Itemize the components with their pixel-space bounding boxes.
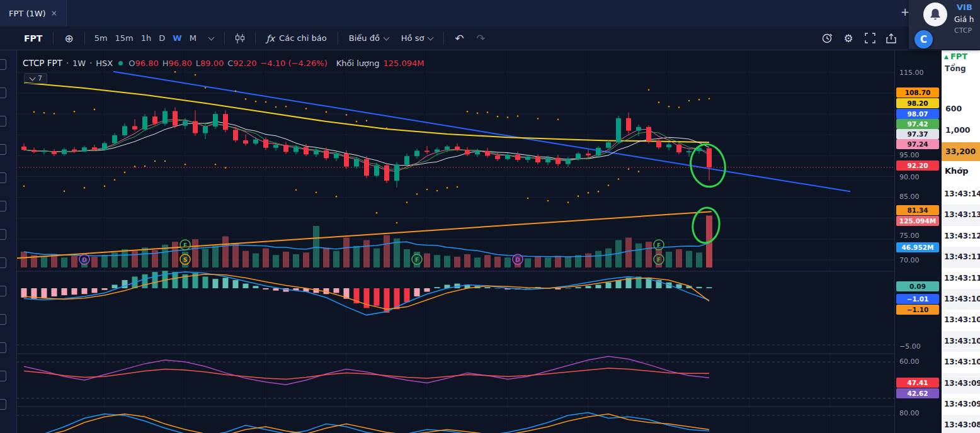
drawing-tool-icon[interactable] (0, 286, 6, 296)
chevron-down-icon (208, 34, 214, 40)
axis-label: 70.00 (899, 256, 920, 264)
collapsed-indicators-count: 7 (38, 74, 42, 82)
legend-separator: · (89, 59, 92, 68)
compare-button[interactable]: ⊕ (59, 30, 78, 47)
macd-layer (21, 271, 712, 313)
panel-symbol[interactable]: ▲ FPT (944, 52, 967, 61)
fullscreen-button[interactable] (860, 30, 879, 47)
drawing-tool-icon[interactable] (0, 87, 6, 98)
axis-price-tag: 47.41 (896, 378, 939, 388)
axis-price-tag: 92.20 (896, 160, 939, 171)
chart-menu-button[interactable]: Biểu đồ (344, 31, 394, 45)
timeframe-button-1h[interactable]: 1h (137, 31, 156, 45)
timeframe-button-W[interactable]: W (169, 31, 185, 45)
drawing-tool-icon[interactable] (0, 59, 6, 70)
redo-button[interactable]: ↷ (471, 30, 490, 47)
axis-label: 60.00 (899, 357, 920, 366)
indicators-label: Các chỉ báo (279, 33, 327, 43)
legend-low-label: L (196, 59, 200, 68)
market-status-icon (118, 61, 123, 65)
panel-value-row: 600 (942, 99, 980, 118)
alert-clock-button[interactable] (818, 30, 836, 47)
drawing-tool-icon[interactable] (0, 144, 6, 155)
timeframe-button-M[interactable]: M (186, 31, 200, 45)
chart-type-button[interactable] (231, 30, 249, 47)
profile-menu-label: Hồ sơ (401, 33, 424, 43)
chart-tab-label: FPT (1W) (9, 9, 46, 18)
drawing-tool-icon[interactable] (0, 201, 6, 211)
undo-button[interactable]: ↶ (450, 30, 469, 47)
svg-text:D: D (82, 257, 86, 263)
profile-menu-button[interactable]: Hồ sơ (396, 31, 438, 45)
trade-time-row: 13:43:11 (942, 268, 980, 289)
tf-expand-button[interactable] (203, 35, 219, 42)
up-arrow-icon: ▲ (944, 53, 949, 60)
price-axis[interactable]: 115.0095.0090.0085.0075.0070.00−5.0060.0… (894, 50, 942, 433)
axis-price-tag: 125.094M (896, 216, 939, 226)
legend-close-label: C (227, 59, 233, 68)
fullscreen-icon (865, 33, 875, 43)
trade-time-row: 13:43:10 (942, 331, 980, 352)
axis-price-tag: 97.42 (896, 119, 939, 129)
toolbar-separator (255, 32, 256, 45)
tab-close-icon[interactable]: × (51, 9, 57, 18)
settings-button[interactable]: ⚙ (839, 30, 858, 47)
axis-price-tag: 42.62 (896, 388, 939, 398)
chart-tab[interactable]: FPT (1W) × (0, 0, 67, 26)
collapsed-indicators-button[interactable]: 7 (24, 73, 47, 84)
candles-layer (21, 108, 712, 188)
chart-legend: CTCP FPT · 1W · HSX O96.80 H96.80 L89.00… (23, 58, 424, 68)
drawing-tool-icon[interactable] (0, 399, 6, 410)
symbol-button[interactable]: FPT (19, 31, 47, 46)
drawing-tool-icon[interactable] (0, 257, 6, 268)
timeframe-group: 5m15m1hDWM (91, 31, 200, 45)
axis-label: 115.00 (899, 69, 924, 77)
alert-clock-icon (821, 32, 833, 44)
panel-value-row: 33,200 (942, 142, 980, 161)
matched-trades-list[interactable]: 13:43:1413:43:1313:43:1213:43:1113:43:11… (942, 184, 980, 433)
window-topbar: FPT (1W) × + (0, 0, 980, 26)
drawing-tool-icon[interactable] (0, 116, 6, 127)
timeframe-button-D[interactable]: D (155, 31, 169, 45)
trade-time-row: 13:43:10 (942, 352, 980, 373)
compare-icon: ⊕ (64, 32, 73, 45)
panel-symbol-label: FPT (950, 52, 967, 61)
drawing-tool-icon[interactable] (0, 342, 6, 353)
chevron-down-icon (383, 34, 389, 40)
volume-indicator-label[interactable]: Khối lượng (336, 59, 380, 68)
drawing-tool-icon[interactable] (0, 314, 6, 325)
share-button[interactable] (882, 30, 901, 47)
notification-subtitle: Giá h (954, 15, 974, 24)
indicators-button[interactable]: ƒx Các chỉ báo (261, 31, 332, 46)
svg-text:F: F (415, 257, 419, 263)
legend-separator: · (66, 59, 69, 68)
axis-label: 80.00 (899, 409, 920, 417)
legend-exchange: HSX (96, 59, 113, 68)
broker-fab-button[interactable]: C (914, 30, 933, 48)
volume-layer (21, 216, 712, 268)
legend-open-value: 96.80 (135, 59, 158, 68)
notification-avatar (923, 3, 947, 26)
timeframe-button-5m[interactable]: 5m (91, 31, 111, 45)
axis-price-tag: 108.70 (896, 87, 939, 98)
axis-price-tag: 97.24 (896, 139, 939, 149)
toolbar-separator (443, 32, 444, 45)
legend-symbol-name[interactable]: CTCP FPT (23, 58, 62, 68)
legend-change-value: −4.10 (−4.26%) (260, 59, 327, 68)
drawing-toolbar (0, 50, 17, 433)
axis-price-tag: 97.37 (896, 129, 939, 139)
trade-time-row: 13:43:09 (942, 373, 980, 394)
drawing-tool-icon[interactable] (0, 172, 6, 183)
drawing-tool-icon[interactable] (0, 371, 6, 381)
svg-text:F: F (183, 242, 187, 249)
drawing-tool-icon[interactable] (0, 229, 6, 240)
timeframe-button-15m[interactable]: 15m (111, 31, 137, 45)
axis-price-tag: −1.01 (896, 294, 939, 304)
chart-toolbar: FPT ⊕ 5m15m1hDWM ƒx Các chỉ báo Biểu đồ … (0, 26, 980, 50)
trade-time-row: 13:43:13 (942, 205, 980, 225)
legend-resolution[interactable]: 1W (72, 59, 86, 68)
chevron-down-icon (30, 74, 36, 81)
toolbar-separator (338, 32, 338, 45)
axis-label: 90.00 (899, 173, 920, 181)
panel-value-row: 1,000 (942, 121, 980, 140)
